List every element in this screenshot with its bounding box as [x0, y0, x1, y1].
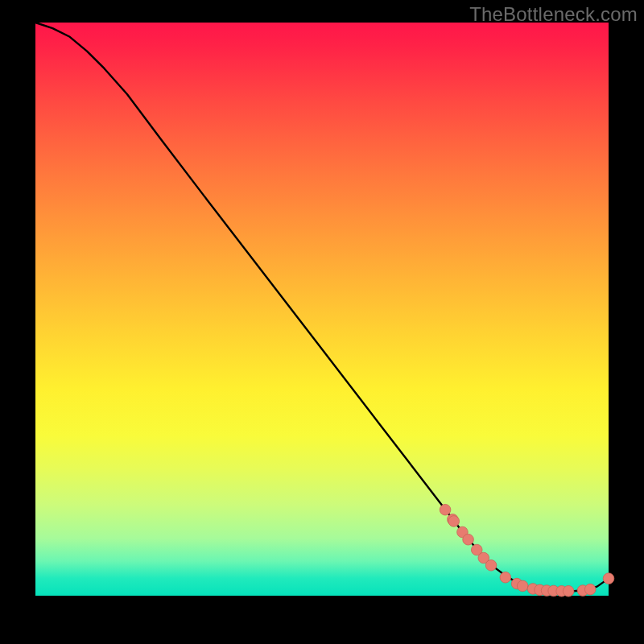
data-marker [584, 584, 596, 595]
curve-line [35, 23, 609, 591]
data-marker [500, 572, 511, 583]
marker-group [440, 504, 614, 597]
data-marker [440, 504, 451, 515]
data-marker [485, 559, 497, 571]
data-marker [563, 586, 574, 597]
data-marker [463, 534, 474, 545]
data-marker [448, 516, 460, 527]
chart-svg [35, 23, 609, 596]
plot-area [35, 23, 609, 596]
data-marker [603, 573, 614, 584]
data-marker [517, 580, 528, 592]
chart-container: TheBottleneck.com [0, 0, 644, 644]
